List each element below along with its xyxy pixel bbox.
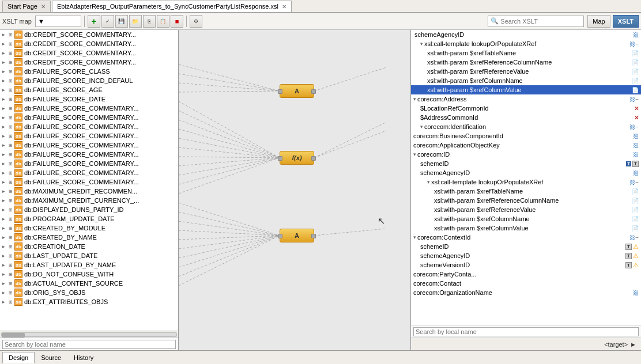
expand-icon[interactable]: ▸ xyxy=(2,151,5,157)
list-item[interactable]: ▸ ⊞ db db:FAILURE_SCORE_COMMENTARY... xyxy=(0,159,178,168)
expand-icon[interactable]: ▸ xyxy=(2,225,5,231)
add-button[interactable]: + xyxy=(88,15,100,28)
list-item[interactable]: ▸ ⊞ db db:FAILURE_SCORE_COMMENTARY... xyxy=(0,131,178,141)
list-item[interactable]: xsl:with-param $xrefReferenceValue 📄 xyxy=(411,67,641,76)
expand-icon[interactable]: ▸ xyxy=(2,179,5,185)
list-item[interactable]: xsl:with-param $xrefTableName 📄 xyxy=(411,48,641,58)
expand-icon[interactable]: ▸ xyxy=(2,161,5,166)
list-item[interactable]: ▾ corecom:Identification ⛓ − xyxy=(411,122,641,131)
expand-icon[interactable]: ▾ xyxy=(420,124,423,130)
list-item[interactable]: ▸ ⊞ db db:DO_NOT_CONFUSE_WITH xyxy=(0,270,178,279)
list-item[interactable]: ▾ xsl:call-template lookupOrPopulateXRef… xyxy=(411,39,641,48)
list-item[interactable]: ▸ ⊞ db db:CREATED_BY_NAME xyxy=(0,233,178,242)
list-item[interactable]: $AddressCommonId ✕ xyxy=(411,113,641,122)
list-item[interactable]: ▸ ⊞ db db:EXT_ATTRIBUTES_OBJS xyxy=(0,297,178,306)
expand-icon[interactable]: ▸ xyxy=(2,32,5,37)
list-item[interactable]: schemeID T T xyxy=(411,159,641,168)
stop-button[interactable]: ■ xyxy=(171,15,183,28)
list-item[interactable]: ▸ ⊞ db db:FAILURE_SCORE_CLASS xyxy=(0,67,178,76)
expand-icon[interactable]: ▸ xyxy=(2,280,5,286)
list-item[interactable]: ▸ ⊞ db db:FAILURE_SCORE_COMMENTARY... xyxy=(0,141,178,150)
list-item[interactable]: ▸ ⊞ db db:LAST_UPDATED_BY_NAME xyxy=(0,260,178,270)
expand-icon[interactable]: ▾ xyxy=(413,96,416,102)
node-right-connector[interactable] xyxy=(311,234,316,238)
expand-icon[interactable]: ▸ xyxy=(2,115,5,120)
expand-icon[interactable]: ▸ xyxy=(2,124,5,130)
list-item[interactable]: corecom:Contact xyxy=(411,279,641,288)
list-item[interactable]: xsl:with-param $xrefReferenceColumnName … xyxy=(411,196,641,205)
left-search-input[interactable] xyxy=(2,340,176,349)
list-item[interactable]: ▸ ⊞ db db:FAILURE_SCORE_COMMENTARY... xyxy=(0,113,178,122)
left-hscroll-track[interactable] xyxy=(1,332,177,337)
list-item[interactable]: $LocationRefCommonId ✕ xyxy=(411,104,641,113)
xslt-button[interactable]: XSLT xyxy=(613,15,639,28)
node-right-connector[interactable] xyxy=(311,156,316,161)
expand-icon[interactable]: ▾ xyxy=(413,234,416,240)
list-item[interactable]: ▾ corecom:ContextId ⛓ − xyxy=(411,233,641,242)
expand-icon[interactable]: ▸ xyxy=(2,234,5,240)
expand-icon[interactable]: ▸ xyxy=(2,69,5,74)
expand-icon[interactable]: ▸ xyxy=(2,198,5,203)
tab-history[interactable]: History xyxy=(67,352,100,363)
list-item[interactable]: schemeAgencyID ⛓ xyxy=(411,168,641,177)
save-button[interactable]: 💾 xyxy=(115,15,128,28)
list-item-highlighted[interactable]: xsl:with-param $xrefColumnValue 📄 xyxy=(411,85,641,94)
tab-xslt[interactable]: EbizAdapterResp_OutputParameters_to_Sync… xyxy=(52,1,292,12)
list-item[interactable]: ▸ ⊞ db db:FAILURE_SCORE_COMMENTARY... xyxy=(0,122,178,131)
expand-icon[interactable]: ▸ xyxy=(2,41,5,47)
expand-icon[interactable]: ▾ xyxy=(427,179,430,185)
expand-icon[interactable]: ▸ xyxy=(2,216,5,222)
list-item[interactable]: ▸ ⊞ db db:MAXIMUM_CREDIT_RECOMMEN... xyxy=(0,187,178,196)
list-item[interactable]: ▾ xsl:call-template lookupOrPopulateXRef… xyxy=(411,177,641,187)
expand-icon[interactable]: ▸ xyxy=(2,105,5,111)
list-item[interactable]: ▸ ⊞ db db:DISPLAYED_DUNS_PARTY_ID xyxy=(0,205,178,214)
list-item[interactable]: ▸ ⊞ db db:LAST_UPDATE_DATE xyxy=(0,251,178,260)
left-hscroll-thumb[interactable] xyxy=(2,333,25,338)
right-search-input[interactable] xyxy=(413,327,639,336)
list-item[interactable]: schemeID T ⚠ xyxy=(411,242,641,251)
settings-button[interactable]: ⚙ xyxy=(190,15,202,28)
expand-icon[interactable]: ▸ xyxy=(2,262,5,268)
list-item[interactable]: xsl:with-param $xrefColumnName 📄 xyxy=(411,76,641,85)
list-item[interactable]: schemeVersionID T ⚠ xyxy=(411,260,641,270)
list-item[interactable]: xsl:with-param $xrefReferenceColumnName … xyxy=(411,58,641,67)
xslt-search-input[interactable] xyxy=(500,18,581,25)
list-item[interactable]: ▸ ⊞ db db:CREDIT_SCORE_COMMENTARY... xyxy=(0,39,178,48)
expand-icon[interactable]: ▸ xyxy=(2,188,5,194)
list-item[interactable]: schemeAgencyID T ⚠ xyxy=(411,251,641,260)
expand-icon[interactable]: ▸ xyxy=(2,59,5,65)
list-item[interactable]: ▸ ⊞ db db:CREDIT_SCORE_COMMENTARY... xyxy=(0,58,178,67)
expand-icon[interactable]: ▸ xyxy=(2,207,5,213)
list-item[interactable]: ▸ ⊞ db db:FAILURE_SCORE_COMMENTARY... xyxy=(0,104,178,113)
tab-close-start[interactable]: ✕ xyxy=(41,3,46,10)
list-item[interactable]: xsl:with-param $xrefReferenceValue 📄 xyxy=(411,205,641,214)
expand-icon[interactable]: ▾ xyxy=(413,151,416,157)
expand-icon[interactable]: ▾ xyxy=(420,41,423,47)
list-item[interactable]: ▸ ⊞ db db:FAILURE_SCORE_COMMENTARY... xyxy=(0,177,178,187)
list-item[interactable]: ▸ ⊞ db db:PROGRAM_UPDATE_DATE xyxy=(0,214,178,223)
map-node-fx[interactable]: f(x) xyxy=(280,151,314,165)
map-node-a2[interactable]: A xyxy=(280,229,314,242)
list-item[interactable]: corecom:BusinessComponentId ⛓ xyxy=(411,131,641,141)
node-left-connector[interactable] xyxy=(278,89,282,94)
expand-icon[interactable]: ▸ xyxy=(2,290,5,295)
list-item[interactable]: corecom:OrganizationName ⛓ xyxy=(411,288,641,297)
list-item[interactable]: ▸ ⊞ db db:ORIG_SYS_OBJS xyxy=(0,288,178,297)
expand-icon[interactable]: ▸ xyxy=(2,244,5,249)
expand-icon[interactable]: ▸ xyxy=(2,170,5,176)
tab-start-page[interactable]: Start Page ✕ xyxy=(2,1,51,12)
expand-icon[interactable]: ▸ xyxy=(2,87,5,93)
list-item[interactable]: ▸ ⊞ db db:ACTUAL_CONTENT_SOURCE xyxy=(0,279,178,288)
mapping-canvas[interactable]: A f(x) A ↖ xyxy=(179,30,410,350)
expand-icon[interactable]: ▸ xyxy=(2,142,5,148)
node-left-connector[interactable] xyxy=(278,156,282,161)
map-type-dropdown[interactable]: ▼ xyxy=(35,16,81,27)
list-item[interactable]: xsl:with-param $xrefTableName 📄 xyxy=(411,187,641,196)
tab-close-xslt[interactable]: ✕ xyxy=(282,3,286,10)
open-button[interactable]: 📁 xyxy=(129,15,142,28)
map-node-a1[interactable]: A xyxy=(280,84,314,98)
tab-design[interactable]: Design xyxy=(2,352,35,363)
list-item[interactable]: ▸ ⊞ db db:FAILURE_SCORE_DATE xyxy=(0,94,178,104)
list-item[interactable]: ▸ ⊞ db db:FAILURE_SCORE_AGE xyxy=(0,85,178,94)
list-item[interactable]: xsl:with-param $xrefColumnName 📄 xyxy=(411,214,641,223)
